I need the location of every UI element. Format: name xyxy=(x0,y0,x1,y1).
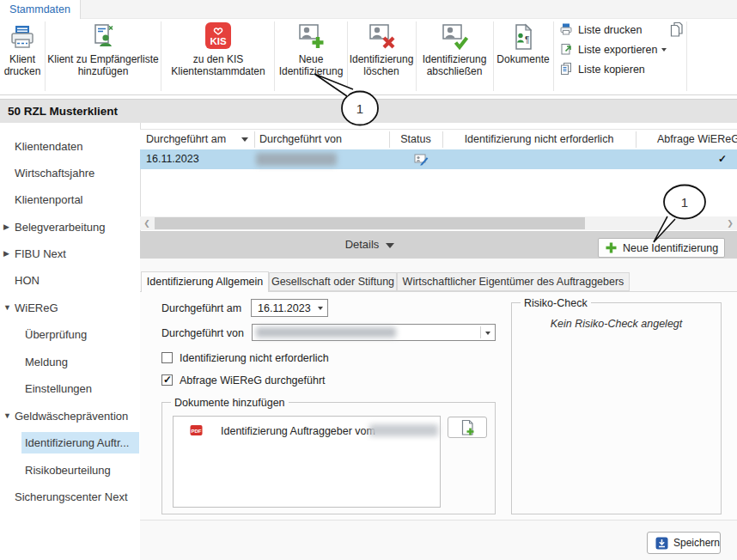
liste-kopieren-button[interactable]: Liste kopieren xyxy=(559,61,645,78)
scroll-right-icon[interactable]: ❯ xyxy=(723,216,737,230)
tab-gesellschaft-oder-stiftung[interactable]: Gesellschaft oder Stiftung xyxy=(269,272,397,291)
chevron-down-icon: ▼ xyxy=(3,303,11,312)
column-header-durchgefuehrt-von[interactable]: Durchgeführt von xyxy=(259,130,342,149)
risk-empty-text: Kein Risiko-Check angelegt xyxy=(512,318,721,330)
sidebar-item-risikobeurteilung[interactable]: Risikobeurteilung xyxy=(0,460,139,481)
column-header-abfrage-wiereg[interactable]: Abfrage WiEReG durchgeführt xyxy=(657,130,737,149)
copy-icon xyxy=(559,62,573,78)
sidebar-item-hon[interactable]: HON xyxy=(0,270,139,291)
ribbon-tabrow xyxy=(80,0,737,19)
svg-text:KIS: KIS xyxy=(210,36,227,46)
details-toggle[interactable]: Details xyxy=(140,231,600,259)
export-icon xyxy=(559,42,573,58)
person-add-icon xyxy=(275,21,347,54)
person-delete-icon xyxy=(347,21,416,54)
klient-drucken-button[interactable]: Klient drucken xyxy=(0,21,45,93)
document-add-person-icon xyxy=(47,21,159,54)
dokumente-group: Dokumente hinzufügen PDF Identifizierung… xyxy=(161,402,496,514)
liste-drucken-button[interactable]: Liste drucken xyxy=(559,21,642,39)
add-document-icon xyxy=(459,419,476,436)
identifizierung-nicht-erforderlich-checkbox[interactable] xyxy=(161,352,173,363)
sidebar-item-klientenportal[interactable]: Klientenportal xyxy=(0,189,139,210)
ribbon: Klient drucken Klient zu Empfängerliste … xyxy=(0,19,737,95)
document-item-label[interactable]: Identifizierung Auftraggeber vom xyxy=(221,425,375,437)
sidebar-item-wiereg[interactable]: ▼WiEReG xyxy=(0,297,139,319)
kis-klientenstammdaten-button[interactable]: KIS zu den KIS Klientenstammdaten xyxy=(162,21,274,93)
chevron-down-icon xyxy=(386,243,394,248)
sidebar-item-fibu-next[interactable]: ▶FIBU Next xyxy=(0,243,139,265)
printer-small-icon xyxy=(559,22,573,39)
person-check-icon xyxy=(416,21,493,54)
risiko-check-group: Risiko-Check Kein Risiko-Check angelegt xyxy=(511,302,722,514)
speichern-button[interactable]: Speichern xyxy=(647,532,721,554)
sidebar-item-identifizierung-auftraggeber[interactable]: Identifizierung Auftr... xyxy=(21,432,139,453)
durchgefuehrt-von-label: Durchgeführt von xyxy=(161,327,244,339)
scroll-left-icon[interactable]: ❮ xyxy=(140,216,154,230)
klient-empfaengerliste-button[interactable]: Klient zu Empfängerliste hinzufügen xyxy=(47,21,159,93)
chevron-down-icon xyxy=(485,332,490,335)
column-header-identifizierung-nicht-erforderlich[interactable]: Identifizierung nicht erforderlich xyxy=(442,130,636,149)
abfrage-check-icon: ✓ xyxy=(718,149,727,169)
abfrage-wiereg-checkbox[interactable]: ✓ xyxy=(161,374,173,386)
column-header-durchgefuehrt-am[interactable]: Durchgeführt am xyxy=(146,130,226,149)
identifizierung-abschliessen-button[interactable]: Identifizierung abschließen xyxy=(416,21,493,93)
svg-text:¶: ¶ xyxy=(525,35,529,45)
document-icon: ¶ xyxy=(493,21,553,54)
tab-wirtschaftlicher-eigentuemer[interactable]: Wirtschaftlicher Eigentümer des Auftragg… xyxy=(397,272,630,291)
scrollbar-thumb[interactable] xyxy=(155,217,585,229)
horizontal-scrollbar[interactable]: ❮ ❯ xyxy=(140,216,737,230)
durchgefuehrt-am-combo[interactable]: 16.11.2023 xyxy=(251,299,328,317)
sort-descending-icon xyxy=(241,137,248,142)
svg-text:1: 1 xyxy=(681,195,688,210)
neue-identifizierung-inline-button[interactable]: Neue Identifizierung xyxy=(598,238,725,258)
document-item-redacted xyxy=(369,424,438,436)
table-header: Durchgeführt am Durchgeführt von Status … xyxy=(140,129,737,150)
sidebar-item-sicherungscenter-next[interactable]: Sicherungscenter Next xyxy=(0,486,139,508)
dokumente-button[interactable]: ¶ Dokumente xyxy=(493,21,553,93)
column-header-status[interactable]: Status xyxy=(389,130,442,149)
chevron-down-icon xyxy=(318,307,323,310)
kis-icon: KIS xyxy=(162,21,274,54)
add-document-button[interactable] xyxy=(448,417,487,438)
tab-identifizierung-allgemein[interactable]: Identifizierung Allgemein xyxy=(141,271,269,292)
client-header: 50 RZL Musterklient xyxy=(0,99,737,123)
sidebar: Klientendaten Wirtschaftsjahre Klientenp… xyxy=(0,123,141,560)
combo-value-redacted xyxy=(256,327,396,338)
sidebar-item-geldwaeschepraevention[interactable]: ▼Geldwäscheprävention xyxy=(0,405,139,427)
row-name-redacted xyxy=(256,153,337,166)
printer-icon xyxy=(0,21,45,54)
liste-exportieren-button[interactable]: Liste exportieren xyxy=(559,41,667,58)
chevron-right-icon: ▶ xyxy=(3,222,9,231)
sidebar-item-einstellungen[interactable]: Einstellungen xyxy=(0,378,139,399)
durchgefuehrt-von-combo[interactable] xyxy=(252,324,496,341)
row-date: 16.11.2023 xyxy=(146,149,199,169)
sidebar-item-belegverarbeitung[interactable]: ▶Belegverarbeitung xyxy=(0,216,139,238)
dokumente-listbox[interactable]: PDF Identifizierung Auftraggeber vom xyxy=(173,416,441,508)
chevron-down-icon: ▼ xyxy=(3,411,11,420)
abfrage-wiereg-label: Abfrage WiEReG durchgeführt xyxy=(180,374,326,387)
svg-text:PDF: PDF xyxy=(192,429,202,434)
table-row[interactable]: 16.11.2023 ✓ xyxy=(140,149,737,169)
chevron-right-icon: ▶ xyxy=(3,249,9,258)
sidebar-item-klientendaten[interactable]: Klientendaten xyxy=(0,136,139,157)
identifizierung-loeschen-button[interactable]: Identifizierung löschen xyxy=(347,21,416,93)
sidebar-item-wirtschaftsjahre[interactable]: Wirtschaftsjahre xyxy=(0,162,139,184)
status-edit-icon xyxy=(414,152,429,173)
sidebar-item-ueberpruefung[interactable]: Überprüfung xyxy=(0,324,139,345)
neue-identifizierung-button[interactable]: Neue Identifizierung xyxy=(275,21,347,93)
save-icon xyxy=(655,537,668,550)
pdf-icon: PDF xyxy=(190,424,203,439)
ribbon-tab-stammdaten[interactable]: Stammdaten xyxy=(0,0,81,19)
copy-pages-icon[interactable] xyxy=(667,21,684,40)
plus-icon xyxy=(606,242,617,253)
identifizierung-nicht-erforderlich-label: Identifizierung nicht erforderlich xyxy=(180,352,329,364)
chevron-down-icon xyxy=(661,48,667,52)
durchgefuehrt-am-label: Durchgeführt am xyxy=(161,302,241,314)
sidebar-item-meldung[interactable]: Meldung xyxy=(0,351,139,373)
